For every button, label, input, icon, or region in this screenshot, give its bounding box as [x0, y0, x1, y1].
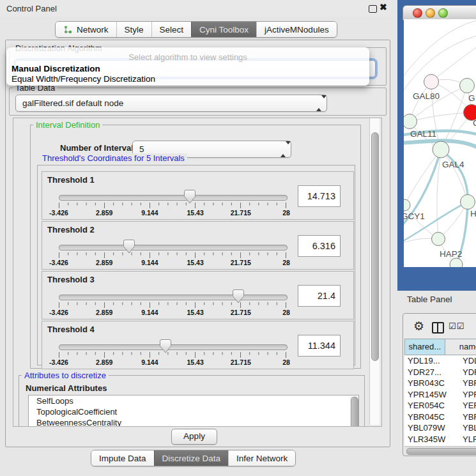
attributes-group-label: Attributes to discretize [22, 371, 109, 380]
network-edge[interactable] [431, 47, 476, 82]
control-panel-titlebar: Control Panel ✖ [0, 0, 391, 17]
algorithm-hint: Select algorithm to view settings [6, 52, 369, 62]
threshold-value-field[interactable]: 6.316 [298, 235, 341, 257]
table-data-combo[interactable]: galFiltered.sif default node [15, 95, 327, 112]
select-columns-checkbox-icons[interactable]: ☑☑ [449, 321, 464, 331]
column-header-shared-name[interactable]: shared... [404, 339, 445, 355]
attribute-list-item[interactable]: SelfLoops [29, 395, 358, 406]
cell-shared-name[interactable]: YPR145W [404, 389, 463, 401]
tab-jactivemnodules[interactable]: jActiveMNodules [256, 22, 337, 37]
tab-network[interactable]: Network [56, 22, 116, 37]
threshold-value-field[interactable]: 11.344 [298, 335, 341, 357]
cell-shared-name[interactable]: YDL19... [404, 355, 463, 367]
minimize-traffic-light[interactable] [426, 8, 435, 18]
pane-scrollbar-thumb[interactable] [371, 132, 379, 361]
network-graph[interactable]: GAL80GCGAL11GAL4HGCY1HAP2 [404, 19, 476, 267]
settings-scroll-pane: Number of Intervals 5 Threshold 1-3.4262… [13, 118, 382, 427]
cell-shared-name[interactable]: YDR27... [404, 367, 463, 378]
cell-name[interactable]: YER0... [463, 400, 476, 411]
list-scrollbar[interactable] [350, 396, 358, 427]
tick-label: 28 [267, 209, 305, 217]
tab-impute-data[interactable]: Impute Data [91, 450, 154, 466]
network-node-GAL11[interactable] [404, 114, 417, 129]
tick-label: 15.43 [176, 209, 215, 217]
tab-style[interactable]: Style [116, 22, 151, 37]
attribute-list-item[interactable]: TopologicalCoefficient [29, 406, 358, 417]
cell-name[interactable]: YBR0... [463, 378, 476, 389]
tick-label: -3.426 [40, 358, 78, 366]
network-node-G[interactable] [460, 79, 475, 93]
tick-label: 15.43 [176, 259, 215, 266]
close-icon[interactable]: ✖ [380, 2, 387, 12]
tab-infer-network[interactable]: Infer Network [228, 450, 295, 466]
table-row[interactable]: YER054CYER0... [404, 400, 476, 411]
tab-network-label: Network [77, 25, 109, 35]
table-hscrollbar[interactable] [404, 446, 476, 455]
table-row[interactable]: YLR345WYLR3... [404, 434, 476, 445]
threshold-slider-track[interactable] [59, 245, 288, 250]
threshold-panel-1: Threshold 1-3.4262.8599.14415.4321.71528… [42, 171, 354, 220]
threshold-value-field[interactable]: 21.4 [298, 285, 341, 307]
apply-button[interactable]: Apply [171, 429, 217, 445]
float-window-icon[interactable] [369, 5, 377, 13]
table-hscrollbar-thumb[interactable] [406, 448, 476, 455]
network-node-label: GAL80 [413, 91, 440, 101]
cell-shared-name[interactable]: YBL079W [404, 422, 463, 434]
cell-name[interactable]: YPR1... [463, 389, 476, 401]
cell-shared-name[interactable]: YBR045C [404, 411, 463, 423]
cell-name[interactable]: YBR0... [463, 411, 476, 423]
tick-label: 21.715 [222, 209, 260, 217]
zoom-traffic-light[interactable] [438, 8, 448, 18]
network-node-label: HAP2 [440, 249, 462, 259]
network-node-GAL80[interactable] [424, 75, 439, 89]
tab-discretize-data[interactable]: Discretize Data [154, 450, 229, 466]
cell-shared-name[interactable]: YER054C [404, 400, 463, 411]
cell-shared-name[interactable]: YBR043C [404, 378, 463, 389]
table-row[interactable]: YBR043CYBR0... [404, 378, 476, 389]
network-node-GAL4[interactable] [433, 141, 449, 158]
network-node-label: C [473, 118, 476, 128]
threshold-value-field[interactable]: 14.713 [298, 185, 341, 207]
table-row[interactable]: YBL079WYBL0... [404, 422, 476, 434]
table-row[interactable]: YDL19...YDL1... [404, 355, 476, 367]
numerical-attributes-list[interactable]: SelfLoopsTopologicalCoefficientBetweenne… [28, 395, 359, 427]
threshold-panel-3: Threshold 3-3.4262.8599.14415.4321.71528… [42, 271, 354, 319]
split-columns-icon[interactable] [432, 322, 444, 334]
tick-label: 15.43 [176, 358, 215, 366]
network-edge[interactable] [404, 20, 476, 81]
close-traffic-light[interactable] [413, 8, 422, 18]
cell-shared-name[interactable]: YLR345W [404, 434, 463, 445]
menu-item-manual-discretization[interactable]: Manual Discretization [9, 64, 369, 73]
cell-name[interactable]: YDR2... [463, 367, 476, 378]
attribute-list-item[interactable]: BetweennessCentrality [29, 417, 358, 427]
control-panel-tabs: Network Style Select Cyni Toolbox jActiv… [55, 21, 337, 38]
network-node-H[interactable] [461, 195, 475, 210]
number-of-intervals-label: Number of Intervals [60, 143, 138, 153]
list-scrollbar-thumb[interactable] [351, 397, 358, 427]
gear-icon[interactable]: ⚙ [413, 319, 424, 334]
threshold-slider-track[interactable] [59, 195, 288, 201]
tab-select[interactable]: Select [151, 22, 192, 37]
network-node-HAP2[interactable] [432, 233, 445, 246]
cell-name[interactable]: YDL1... [463, 355, 476, 367]
tab-cyni-toolbox[interactable]: Cyni Toolbox [191, 22, 256, 37]
column-header-name[interactable]: name [445, 339, 476, 355]
network-node-GCY1[interactable] [404, 199, 410, 211]
network-canvas[interactable]: GAL80GCGAL11GAL4HGCY1HAP2 [404, 19, 476, 267]
threshold-title: Threshold 4 [47, 325, 95, 334]
cell-name[interactable]: YBL0... [463, 422, 476, 434]
threshold-title: Threshold 2 [47, 225, 95, 234]
cell-name[interactable]: YLR3... [463, 434, 476, 445]
table-row[interactable]: YDR27...YDR2... [404, 367, 476, 378]
threshold-slider-track[interactable] [59, 344, 288, 350]
table-row[interactable]: YBR045CYBR0... [404, 411, 476, 423]
pane-scrollbar[interactable] [369, 118, 380, 425]
network-window-titlebar[interactable] [403, 5, 476, 20]
network-node-label: G [468, 93, 475, 103]
stepper-arrows-icon [280, 144, 286, 154]
table-row[interactable]: YPR145WYPR1... [404, 389, 476, 401]
threshold-slider-track[interactable] [59, 295, 288, 300]
tick-label: 28 [267, 358, 305, 366]
menu-item-equal-width-frequency[interactable]: Equal Width/Frequency Discretization [9, 74, 369, 84]
algorithm-dropdown-popup: Select algorithm to view settings Manual… [6, 47, 369, 86]
